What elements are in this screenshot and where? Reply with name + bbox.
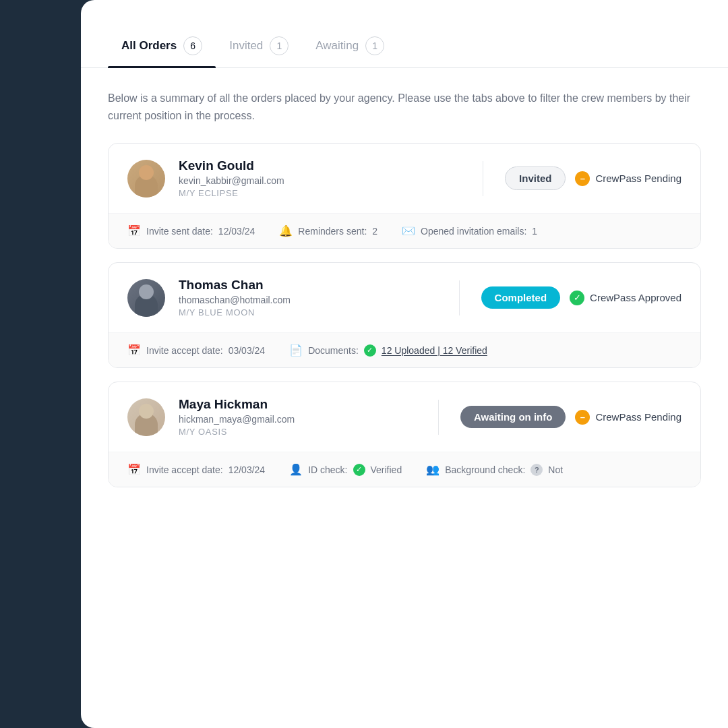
id-check-verified-icon: ✓ (353, 464, 365, 476)
crewpass-status-kevin: – CrewPass Pending (575, 171, 681, 186)
card-bottom-maya: 📅 Invite accept date: 12/03/24 👤 ID chec… (109, 452, 700, 487)
status-badge-thomas: Completed (481, 286, 561, 309)
meta-reminders-value: 2 (372, 226, 377, 237)
envelope-icon: ✉️ (402, 224, 415, 237)
tabs-bar: All Orders 6 Invited 1 Awaiting 1 (81, 27, 728, 68)
crewpass-pending-icon-maya: – (575, 410, 590, 425)
meta-opened-emails-label: Opened invitation emails: (421, 226, 526, 237)
card-divider-maya (438, 400, 439, 435)
meta-bg-check-label: Background check: (445, 464, 525, 475)
person-vessel-maya: M/Y OASIS (179, 427, 417, 437)
person-info-thomas: Thomas Chan thomaschan@hotmail.com M/Y B… (179, 278, 437, 317)
avatar-thomas-chan (127, 279, 165, 317)
person-vessel-kevin: M/Y ECLIPSE (179, 188, 461, 198)
bg-check-unknown-icon: ? (530, 464, 543, 476)
card-divider-thomas (459, 280, 460, 315)
meta-documents-link-thomas[interactable]: 12 Uploaded | 12 Verified (382, 345, 487, 356)
person-info-kevin: Kevin Gould kevin_kabbir@gmail.com M/Y E… (179, 158, 461, 198)
crewpass-status-maya: – CrewPass Pending (575, 410, 681, 425)
meta-bg-check-maya: 👥 Background check: ? Not (426, 463, 563, 476)
orders-list: Kevin Gould kevin_kabbir@gmail.com M/Y E… (81, 143, 728, 487)
crewpass-pending-icon-kevin: – (575, 171, 590, 186)
tab-invited[interactable]: Invited 1 (216, 27, 302, 67)
person-name-maya: Maya Hickman (179, 397, 417, 412)
meta-accept-date-maya: 📅 Invite accept date: 12/03/24 (127, 463, 265, 476)
status-badge-kevin: Invited (505, 166, 566, 190)
card-top-maya: Maya Hickman hickman_maya@gmail.com M/Y … (109, 382, 700, 452)
crewpass-status-thomas: ✓ CrewPass Approved (570, 291, 681, 305)
document-icon-thomas: 📄 (289, 344, 303, 357)
card-top-thomas: Thomas Chan thomaschan@hotmail.com M/Y B… (109, 263, 700, 332)
bell-icon: 🔔 (279, 224, 293, 237)
meta-invite-sent-value: 12/03/24 (218, 226, 255, 237)
tab-awaiting-badge: 1 (365, 36, 384, 55)
meta-accept-date-value-thomas: 03/03/24 (229, 345, 266, 356)
meta-documents-thomas: 📄 Documents: ✓ 12 Uploaded | 12 Verified (289, 344, 487, 357)
person-email-maya: hickman_maya@gmail.com (179, 414, 417, 425)
main-panel: All Orders 6 Invited 1 Awaiting 1 Below … (81, 0, 728, 728)
meta-invite-sent-label: Invite sent date: (146, 226, 213, 237)
meta-reminders: 🔔 Reminders sent: 2 (279, 224, 377, 237)
crewpass-label-kevin: CrewPass Pending (595, 173, 681, 184)
meta-accept-date-label-thomas: Invite accept date: (146, 345, 223, 356)
tab-invited-label: Invited (229, 39, 263, 53)
status-badge-maya: Awaiting on info (460, 406, 566, 428)
calendar-icon: 📅 (127, 224, 141, 237)
meta-id-check-maya: 👤 ID check: ✓ Verified (289, 463, 402, 476)
crewpass-label-maya: CrewPass Pending (595, 411, 681, 423)
crewpass-label-thomas: CrewPass Approved (590, 292, 681, 303)
avatar-kevin-gould (127, 160, 165, 198)
meta-id-check-value: Verified (371, 464, 402, 475)
tab-invited-badge: 1 (270, 36, 289, 55)
crewpass-approved-icon-thomas: ✓ (570, 291, 584, 305)
meta-accept-date-label-maya: Invite accept date: (146, 464, 223, 475)
person-name-thomas: Thomas Chan (179, 278, 437, 293)
tab-all-orders-badge: 6 (183, 36, 202, 55)
status-area-maya: Awaiting on info – CrewPass Pending (460, 406, 681, 428)
person-name-kevin: Kevin Gould (179, 158, 461, 173)
person-email-thomas: thomaschan@hotmail.com (179, 295, 437, 305)
status-area-thomas: Completed ✓ CrewPass Approved (481, 286, 681, 309)
avatar-maya-hickman (127, 398, 165, 436)
status-area-kevin: Invited – CrewPass Pending (505, 166, 681, 190)
person-info-maya: Maya Hickman hickman_maya@gmail.com M/Y … (179, 397, 417, 437)
order-card-kevin-gould: Kevin Gould kevin_kabbir@gmail.com M/Y E… (108, 143, 701, 249)
calendar-icon-thomas: 📅 (127, 344, 141, 357)
meta-opened-emails-value: 1 (532, 226, 537, 237)
tab-all-orders-label: All Orders (121, 39, 177, 53)
meta-invite-sent: 📅 Invite sent date: 12/03/24 (127, 224, 255, 237)
person-bg-icon-maya: 👥 (426, 463, 439, 476)
meta-accept-date-value-maya: 12/03/24 (229, 464, 266, 475)
person-email-kevin: kevin_kabbir@gmail.com (179, 175, 461, 186)
page-description: Below is a summary of all the orders pla… (81, 90, 728, 124)
tab-awaiting-label: Awaiting (315, 39, 359, 53)
tab-all-orders[interactable]: All Orders 6 (108, 27, 216, 67)
order-card-thomas-chan: Thomas Chan thomaschan@hotmail.com M/Y B… (108, 262, 701, 368)
person-icon-maya: 👤 (289, 463, 303, 476)
card-bottom-kevin: 📅 Invite sent date: 12/03/24 🔔 Reminders… (109, 213, 700, 248)
meta-reminders-label: Reminders sent: (298, 226, 367, 237)
card-divider-kevin (483, 161, 483, 196)
meta-accept-date-thomas: 📅 Invite accept date: 03/03/24 (127, 344, 265, 357)
person-vessel-thomas: M/Y BLUE MOON (179, 307, 437, 317)
meta-opened-emails: ✉️ Opened invitation emails: 1 (402, 224, 537, 237)
tab-awaiting[interactable]: Awaiting 1 (302, 27, 398, 67)
documents-verified-icon: ✓ (364, 344, 376, 357)
meta-documents-label-thomas: Documents: (308, 345, 359, 356)
calendar-icon-maya: 📅 (127, 463, 141, 476)
meta-id-check-label: ID check: (308, 464, 347, 475)
order-card-maya-hickman: Maya Hickman hickman_maya@gmail.com M/Y … (108, 382, 701, 487)
meta-bg-check-value: Not (548, 464, 563, 475)
card-top-kevin: Kevin Gould kevin_kabbir@gmail.com M/Y E… (109, 144, 700, 213)
card-bottom-thomas: 📅 Invite accept date: 03/03/24 📄 Documen… (109, 332, 700, 367)
